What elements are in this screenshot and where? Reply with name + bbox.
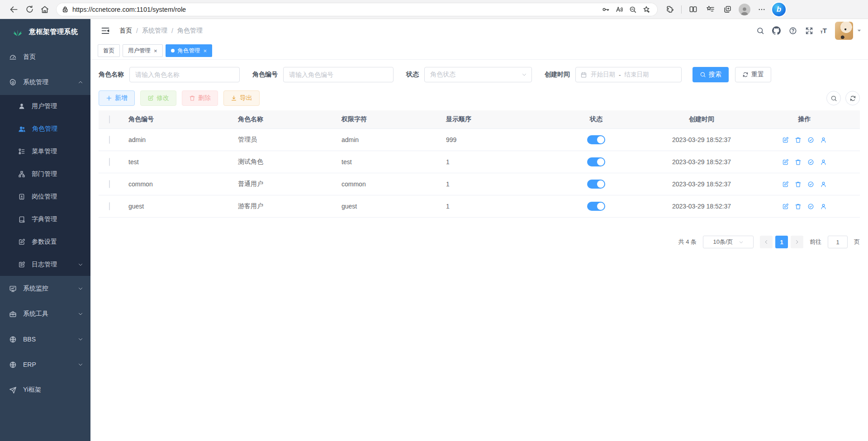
split-screen-button[interactable] bbox=[685, 2, 701, 17]
row-checkbox[interactable] bbox=[109, 180, 110, 188]
sidebar-item-post-management[interactable]: 岗位管理 bbox=[0, 185, 90, 208]
user-avatar[interactable] bbox=[835, 22, 853, 40]
add-button[interactable]: 新增 bbox=[99, 90, 135, 106]
row-checkbox[interactable] bbox=[109, 158, 110, 166]
edit-button[interactable]: 修改 bbox=[140, 90, 176, 106]
row-delete-icon[interactable] bbox=[795, 159, 802, 166]
sidebar-item-system-tools[interactable]: 系统工具 bbox=[0, 301, 90, 327]
browser-avatar bbox=[739, 4, 750, 15]
sidebar-item-home[interactable]: 首页 bbox=[0, 44, 90, 70]
sidebar-item-erp[interactable]: ERP bbox=[0, 352, 90, 377]
row-data-scope-icon[interactable] bbox=[807, 159, 814, 166]
browser-settings-button[interactable] bbox=[754, 2, 769, 17]
download-icon bbox=[231, 95, 237, 101]
row-assign-user-icon[interactable] bbox=[820, 159, 827, 166]
created-time: 2023-03-29 18:52:37 bbox=[654, 136, 749, 143]
extensions-button[interactable] bbox=[662, 2, 678, 17]
show-search-toggle-button[interactable] bbox=[826, 91, 841, 105]
toolbox-icon bbox=[9, 310, 17, 318]
row-checkbox[interactable] bbox=[109, 136, 110, 144]
row-edit-icon[interactable] bbox=[782, 203, 789, 210]
sidebar-item-label: 首页 bbox=[23, 53, 36, 61]
sidebar-item-system-monitor[interactable]: 系统监控 bbox=[0, 276, 90, 301]
status-toggle[interactable] bbox=[587, 202, 605, 211]
browser-back-button[interactable] bbox=[6, 2, 22, 17]
row-data-scope-icon[interactable] bbox=[807, 203, 814, 210]
browser-refresh-button[interactable] bbox=[22, 2, 37, 17]
menu-tree-icon bbox=[18, 148, 25, 155]
created-time: 2023-03-29 18:52:37 bbox=[654, 180, 749, 188]
status-toggle[interactable] bbox=[587, 180, 605, 189]
dashboard-icon bbox=[9, 53, 17, 61]
copilot-button[interactable]: b bbox=[771, 2, 787, 17]
row-checkbox[interactable] bbox=[109, 202, 110, 210]
row-edit-icon[interactable] bbox=[782, 159, 789, 166]
tab-home[interactable]: 首页 bbox=[98, 44, 120, 57]
page-number-current[interactable]: 1 bbox=[775, 236, 788, 248]
sidebar-item-bbs[interactable]: BBS bbox=[0, 327, 90, 352]
breadcrumb-home[interactable]: 首页 bbox=[119, 27, 132, 35]
row-edit-icon[interactable] bbox=[782, 181, 789, 188]
font-size-button[interactable]: тT bbox=[819, 27, 829, 34]
sidebar-item-menu-management[interactable]: 菜单管理 bbox=[0, 140, 90, 163]
github-button[interactable] bbox=[770, 24, 783, 38]
read-aloud-button[interactable] bbox=[612, 3, 626, 16]
row-assign-user-icon[interactable] bbox=[820, 203, 827, 210]
password-key-button[interactable] bbox=[599, 3, 612, 16]
status-toggle[interactable] bbox=[587, 135, 605, 144]
collapse-sidebar-button[interactable] bbox=[98, 23, 113, 38]
tab-user-management[interactable]: 用户管理 × bbox=[123, 44, 163, 57]
tab-role-management[interactable]: 角色管理 × bbox=[166, 44, 213, 57]
row-delete-icon[interactable] bbox=[795, 137, 802, 143]
role-code-input[interactable] bbox=[283, 67, 394, 82]
created-time: 2023-03-29 18:52:37 bbox=[654, 203, 749, 210]
row-assign-user-icon[interactable] bbox=[820, 181, 827, 188]
row-data-scope-icon[interactable] bbox=[807, 181, 814, 188]
select-all-checkbox[interactable] bbox=[109, 115, 110, 123]
sidebar-item-yi-framework[interactable]: Yi框架 bbox=[0, 377, 90, 403]
next-page-button[interactable] bbox=[791, 236, 803, 248]
goto-page-input[interactable] bbox=[828, 236, 848, 248]
sidebar-item-log-management[interactable]: 日志管理 bbox=[0, 253, 90, 276]
page-size-select[interactable]: 10条/页 bbox=[703, 236, 754, 248]
row-delete-icon[interactable] bbox=[795, 203, 802, 210]
sidebar-item-user-management[interactable]: 用户管理 bbox=[0, 95, 90, 118]
collections-button[interactable] bbox=[720, 2, 735, 17]
zoom-out-button[interactable] bbox=[626, 3, 640, 16]
status-select[interactable]: 角色状态 bbox=[424, 67, 532, 82]
role-table: 角色编号 角色名称 权限字符 显示顺序 状态 创建时间 操作 admin 管理员… bbox=[99, 110, 860, 218]
reset-refresh-icon bbox=[742, 71, 749, 78]
fullscreen-button[interactable] bbox=[802, 24, 816, 38]
delete-button[interactable]: 删除 bbox=[182, 90, 218, 106]
refresh-table-button[interactable] bbox=[845, 91, 860, 105]
sidebar-item-parameter-settings[interactable]: 参数设置 bbox=[0, 231, 90, 253]
status-toggle[interactable] bbox=[587, 157, 605, 166]
search-button[interactable]: 搜索 bbox=[693, 67, 729, 82]
row-delete-icon[interactable] bbox=[795, 181, 802, 188]
row-data-scope-icon[interactable] bbox=[807, 137, 814, 143]
sidebar-item-system-management[interactable]: 系统管理 bbox=[0, 70, 90, 95]
prev-page-button[interactable] bbox=[760, 236, 773, 248]
reset-button[interactable]: 重置 bbox=[735, 67, 771, 82]
favorites-button[interactable] bbox=[702, 2, 718, 17]
header-search-button[interactable] bbox=[754, 24, 767, 38]
app-logo[interactable]: 意框架管理系统 bbox=[0, 19, 90, 44]
row-edit-icon[interactable] bbox=[782, 137, 789, 143]
sidebar-item-department-management[interactable]: 部门管理 bbox=[0, 163, 90, 185]
browser-profile-button[interactable] bbox=[737, 2, 752, 17]
browser-home-button[interactable] bbox=[37, 2, 52, 17]
close-tab-icon[interactable]: × bbox=[154, 48, 157, 54]
avatar-menu-caret[interactable] bbox=[857, 28, 862, 33]
sidebar-item-dictionary-management[interactable]: 字典管理 bbox=[0, 208, 90, 231]
help-button[interactable] bbox=[786, 24, 800, 38]
close-tab-icon[interactable]: × bbox=[204, 48, 207, 54]
export-button[interactable]: 导出 bbox=[223, 90, 260, 106]
row-assign-user-icon[interactable] bbox=[820, 137, 827, 143]
date-range-picker[interactable]: 开始日期 - 结束日期 bbox=[575, 67, 682, 82]
add-favorite-button[interactable] bbox=[640, 3, 653, 16]
address-bar[interactable]: https://ccnetcore.com:1101/system/role bbox=[56, 3, 658, 16]
sidebar-item-role-management[interactable]: 角色管理 bbox=[0, 118, 90, 140]
role-name-input[interactable] bbox=[129, 67, 240, 82]
sidebar-item-label: 部门管理 bbox=[32, 170, 57, 178]
role-name: 普通用户 bbox=[230, 180, 333, 188]
